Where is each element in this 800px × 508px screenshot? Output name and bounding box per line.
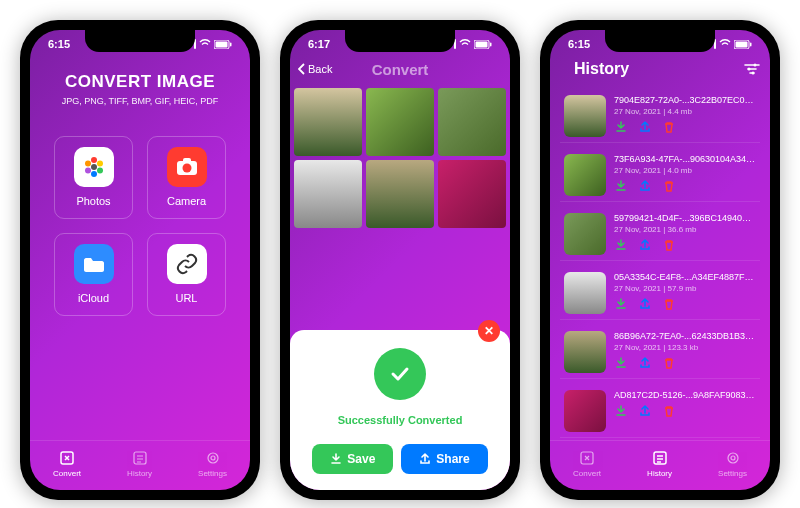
card-label: Camera: [167, 195, 206, 207]
history-row[interactable]: 73F6A934-47FA-...90630104A34.heic 27 Nov…: [560, 149, 760, 202]
row-actions: [614, 404, 756, 418]
back-button[interactable]: Back: [298, 63, 332, 75]
thumbnail[interactable]: [294, 88, 362, 156]
file-meta: 27 Nov, 2021 | 4.0 mb: [614, 166, 756, 175]
tab-convert[interactable]: Convert: [53, 449, 81, 478]
tab-convert[interactable]: Convert: [573, 449, 601, 478]
thumbnail[interactable]: [366, 88, 434, 156]
share-button[interactable]: [638, 297, 652, 311]
button-label: Save: [347, 452, 375, 466]
share-button[interactable]: [638, 179, 652, 193]
file-info: 86B96A72-7EA0-...62433DB1B3A2.tiff 27 No…: [614, 331, 756, 373]
delete-button[interactable]: [662, 179, 676, 193]
thumbnail[interactable]: [438, 160, 506, 228]
svg-point-23: [754, 64, 757, 67]
gear-icon: [204, 449, 222, 467]
history-row[interactable]: AD817C2D-5126-...9A8FAF908324.jpg: [560, 385, 760, 438]
link-icon: [167, 244, 207, 284]
download-button[interactable]: [614, 238, 628, 252]
share-button[interactable]: [638, 404, 652, 418]
delete-button[interactable]: [662, 356, 676, 370]
file-info: 05A3354C-E4F8-...A34EF4887FF.png 27 Nov,…: [614, 272, 756, 314]
download-button[interactable]: [614, 120, 628, 134]
tab-history[interactable]: History: [647, 449, 672, 478]
share-icon: [419, 453, 431, 465]
svg-rect-1: [216, 41, 228, 47]
source-camera[interactable]: Camera: [147, 136, 226, 219]
success-message: Successfully Converted: [338, 414, 463, 426]
svg-rect-19: [490, 42, 492, 46]
thumbnail[interactable]: [438, 88, 506, 156]
photos-icon: [74, 147, 114, 187]
svg-point-29: [731, 456, 735, 460]
delete-button[interactable]: [662, 297, 676, 311]
row-actions: [614, 297, 756, 311]
share-button[interactable]: [638, 238, 652, 252]
thumbnail: [564, 331, 606, 373]
thumbnail[interactable]: [294, 160, 362, 228]
home-content: CONVERT IMAGE JPG, PNG, TIFF, BMP, GIF, …: [30, 54, 250, 440]
tab-label: Convert: [53, 469, 81, 478]
share-button[interactable]: Share: [401, 444, 487, 474]
nav-bar: Back Convert: [290, 54, 510, 84]
history-row[interactable]: 59799421-4D4F-...396BC149408.bmp 27 Nov,…: [560, 208, 760, 261]
svg-rect-2: [230, 42, 232, 46]
clock: 6:15: [48, 38, 70, 50]
nav-bar: History: [550, 54, 770, 84]
thumbnail: [564, 390, 606, 432]
download-button[interactable]: [614, 297, 628, 311]
file-name: 05A3354C-E4F8-...A34EF4887FF.png: [614, 272, 756, 282]
tab-settings[interactable]: Settings: [718, 449, 747, 478]
tab-settings[interactable]: Settings: [198, 449, 227, 478]
file-name: 59799421-4D4F-...396BC149408.bmp: [614, 213, 756, 223]
thumbnail[interactable]: [366, 160, 434, 228]
history-row[interactable]: 05A3354C-E4F8-...A34EF4887FF.png 27 Nov,…: [560, 267, 760, 320]
source-photos[interactable]: Photos: [54, 136, 133, 219]
history-icon: [651, 449, 669, 467]
history-row[interactable]: 7904E827-72A0-...3C22B07EC043.pdf 27 Nov…: [560, 90, 760, 143]
download-button[interactable]: [614, 179, 628, 193]
history-list[interactable]: 7904E827-72A0-...3C22B07EC043.pdf 27 Nov…: [550, 84, 770, 440]
file-info: 59799421-4D4F-...396BC149408.bmp 27 Nov,…: [614, 213, 756, 255]
tab-label: Settings: [718, 469, 747, 478]
tab-label: History: [127, 469, 152, 478]
screen-convert: 6:17 Back Convert: [290, 30, 510, 490]
page-subtitle: JPG, PNG, TIFF, BMP, GIF, HEIC, PDF: [30, 96, 250, 106]
source-icloud[interactable]: iCloud: [54, 233, 133, 316]
share-button[interactable]: [638, 356, 652, 370]
file-meta: 27 Nov, 2021 | 57.9 mb: [614, 284, 756, 293]
file-info: 7904E827-72A0-...3C22B07EC043.pdf 27 Nov…: [614, 95, 756, 137]
card-label: URL: [175, 292, 197, 304]
convert-icon: [578, 449, 596, 467]
svg-rect-18: [476, 41, 488, 47]
card-label: Photos: [76, 195, 110, 207]
svg-point-12: [182, 164, 191, 173]
wifi-icon: [199, 39, 211, 49]
svg-point-7: [91, 171, 97, 177]
button-label: Share: [436, 452, 469, 466]
delete-button[interactable]: [662, 404, 676, 418]
history-row[interactable]: 86B96A72-7EA0-...62433DB1B3A2.tiff 27 No…: [560, 326, 760, 379]
screen-home: 6:15 CONVERT IMAGE JPG, PNG, TIFF, BMP, …: [30, 30, 250, 490]
nav-title: Convert: [372, 61, 429, 78]
share-button[interactable]: [638, 120, 652, 134]
clock: 6:15: [568, 38, 590, 50]
row-actions: [614, 120, 756, 134]
svg-point-8: [85, 168, 91, 174]
page-title: CONVERT IMAGE: [30, 72, 250, 92]
file-name: 86B96A72-7EA0-...62433DB1B3A2.tiff: [614, 331, 756, 341]
svg-point-28: [728, 453, 738, 463]
filter-button[interactable]: [744, 62, 760, 76]
chevron-left-icon: [298, 63, 306, 75]
close-button[interactable]: ✕: [478, 320, 500, 342]
delete-button[interactable]: [662, 120, 676, 134]
clock: 6:17: [308, 38, 330, 50]
save-button[interactable]: Save: [312, 444, 393, 474]
download-button[interactable]: [614, 404, 628, 418]
source-url[interactable]: URL: [147, 233, 226, 316]
delete-button[interactable]: [662, 238, 676, 252]
thumbnail: [564, 95, 606, 137]
thumbnail: [564, 272, 606, 314]
tab-history[interactable]: History: [127, 449, 152, 478]
download-button[interactable]: [614, 356, 628, 370]
